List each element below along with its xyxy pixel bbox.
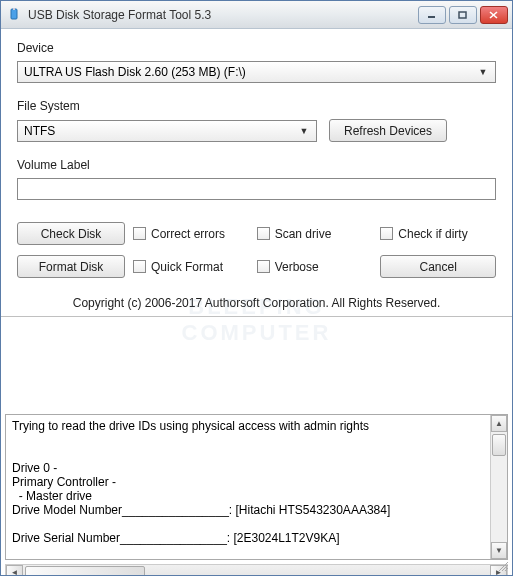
checkbox-icon xyxy=(380,227,393,240)
horizontal-scrollbar[interactable]: ◄ ► xyxy=(5,564,508,576)
device-dropdown[interactable]: ULTRA US Flash Disk 2.60 (253 MB) (F:\) … xyxy=(17,61,496,83)
checkbox-icon xyxy=(257,227,270,240)
checkbox-icon xyxy=(133,227,146,240)
resize-grip-icon[interactable] xyxy=(496,559,508,571)
divider xyxy=(1,316,512,317)
title-bar: USB Disk Storage Format Tool 5.3 xyxy=(1,1,512,29)
scan-drive-checkbox[interactable]: Scan drive xyxy=(257,227,373,241)
vertical-scrollbar[interactable]: ▲ ▼ xyxy=(490,415,507,559)
device-value: ULTRA US Flash Disk 2.60 (253 MB) (F:\) xyxy=(24,65,475,79)
chevron-down-icon: ▼ xyxy=(296,126,312,136)
checkbox-label: Scan drive xyxy=(275,227,332,241)
button-label: Refresh Devices xyxy=(344,124,432,138)
window-title: USB Disk Storage Format Tool 5.3 xyxy=(28,8,418,22)
format-disk-button[interactable]: Format Disk xyxy=(17,255,125,278)
scroll-left-icon[interactable]: ◄ xyxy=(6,565,23,576)
log-text[interactable]: Trying to read the drive IDs using physi… xyxy=(6,415,490,559)
check-if-dirty-checkbox[interactable]: Check if dirty xyxy=(380,227,496,241)
quick-format-checkbox[interactable]: Quick Format xyxy=(133,260,249,274)
copyright-text: Copyright (c) 2006-2017 Authorsoft Corpo… xyxy=(17,296,496,310)
scroll-track[interactable] xyxy=(23,565,490,576)
checkbox-label: Check if dirty xyxy=(398,227,467,241)
verbose-checkbox[interactable]: Verbose xyxy=(257,260,373,274)
refresh-devices-button[interactable]: Refresh Devices xyxy=(329,119,447,142)
scroll-down-icon[interactable]: ▼ xyxy=(491,542,507,559)
log-pane: Trying to read the drive IDs using physi… xyxy=(5,414,508,560)
checkbox-label: Quick Format xyxy=(151,260,223,274)
minimize-button[interactable] xyxy=(418,6,446,24)
device-label: Device xyxy=(17,41,496,55)
volume-label-label: Volume Label xyxy=(17,158,496,172)
button-label: Check Disk xyxy=(41,227,102,241)
maximize-button[interactable] xyxy=(449,6,477,24)
checkbox-label: Verbose xyxy=(275,260,319,274)
chevron-down-icon: ▼ xyxy=(475,67,491,77)
close-button[interactable] xyxy=(480,6,508,24)
correct-errors-checkbox[interactable]: Correct errors xyxy=(133,227,249,241)
checkbox-icon xyxy=(257,260,270,273)
button-label: Format Disk xyxy=(39,260,104,274)
app-icon xyxy=(7,7,23,23)
scroll-thumb[interactable] xyxy=(492,434,506,456)
scroll-track[interactable] xyxy=(491,432,507,542)
svg-rect-3 xyxy=(459,12,466,18)
scroll-thumb[interactable] xyxy=(25,566,145,576)
checkbox-icon xyxy=(133,260,146,273)
check-disk-button[interactable]: Check Disk xyxy=(17,222,125,245)
file-system-dropdown[interactable]: NTFS ▼ xyxy=(17,120,317,142)
file-system-value: NTFS xyxy=(24,124,296,138)
scroll-up-icon[interactable]: ▲ xyxy=(491,415,507,432)
button-label: Cancel xyxy=(419,260,456,274)
volume-label-input[interactable] xyxy=(17,178,496,200)
checkbox-label: Correct errors xyxy=(151,227,225,241)
svg-rect-0 xyxy=(11,9,17,19)
file-system-label: File System xyxy=(17,99,496,113)
svg-rect-1 xyxy=(13,8,15,10)
cancel-button[interactable]: Cancel xyxy=(380,255,496,278)
